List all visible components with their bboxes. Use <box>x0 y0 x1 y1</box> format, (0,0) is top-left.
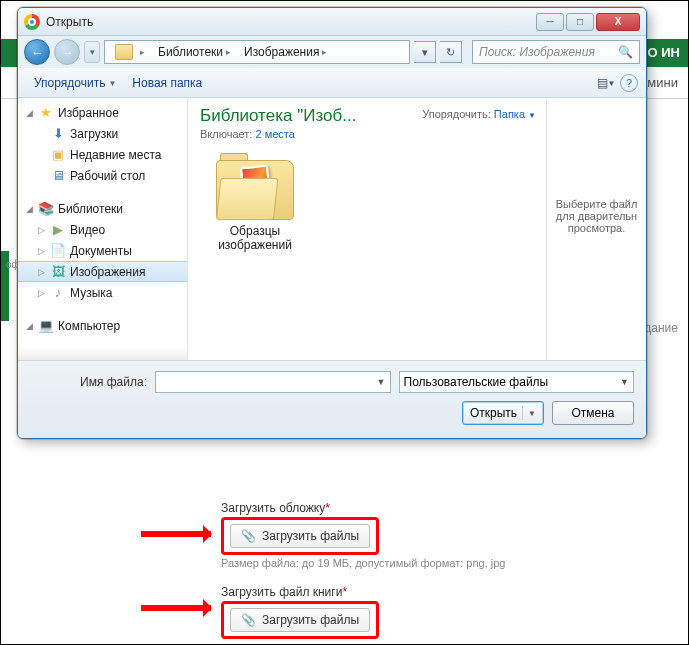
tree-videos[interactable]: ▷▶Видео <box>18 219 187 240</box>
tree-pictures[interactable]: ▷🖼Изображения <box>18 261 187 282</box>
folder-icon <box>115 44 133 60</box>
chevron-down-icon: ▼ <box>108 79 116 88</box>
open-label: Открыть <box>470 406 517 420</box>
arrow-annotation-2 <box>141 605 211 611</box>
view-options-button[interactable]: ▤ ▼ <box>596 73 616 93</box>
back-arrow-icon: ← <box>31 45 44 60</box>
tree-expand-icon[interactable]: ◢ <box>24 321 34 331</box>
cover-label-text: Загрузить обложку <box>221 501 325 515</box>
tree-downloads[interactable]: ⬇Загрузки <box>18 123 187 144</box>
chevron-down-icon[interactable]: ▼ <box>620 377 629 387</box>
chevron-down-icon[interactable]: ▼ <box>377 377 386 387</box>
arrow-annotation-1 <box>141 531 211 537</box>
forward-button[interactable]: → <box>54 39 80 65</box>
tree-label: Библиотеки <box>58 202 123 216</box>
arrange-value: Папка <box>494 108 525 120</box>
tree-expand-icon[interactable]: ◢ <box>24 108 34 118</box>
address-seg-pictures[interactable]: Изображения▸ <box>238 41 334 63</box>
upload-cover-button[interactable]: 📎 Загрузить файлы <box>230 524 370 548</box>
file-type-filter[interactable]: Пользовательские файлы ▼ <box>399 371 635 393</box>
close-button[interactable]: X <box>596 13 640 31</box>
organize-button[interactable]: Упорядочить ▼ <box>26 72 124 94</box>
close-icon: X <box>615 16 622 27</box>
places-link[interactable]: 2 места <box>255 128 294 140</box>
history-dropdown-button[interactable]: ▾ <box>84 41 100 63</box>
cover-upload-label: Загрузить обложку* <box>221 501 641 515</box>
upload-book-button[interactable]: 📎 Загрузить файлы <box>230 608 370 632</box>
tree-label: Музыка <box>70 286 112 300</box>
book-upload-highlight: 📎 Загрузить файлы <box>221 601 379 639</box>
tree-computer[interactable]: ◢💻Компьютер <box>18 315 187 336</box>
address-bar[interactable]: ▸ Библиотеки▸ Изображения▸ <box>104 40 410 64</box>
tree-label: Изображения <box>70 265 145 279</box>
tree-documents[interactable]: ▷📄Документы <box>18 240 187 261</box>
tree-label: Рабочий стол <box>70 169 145 183</box>
tree-expand-icon[interactable]: ▷ <box>36 267 46 277</box>
address-root[interactable]: ▸ <box>105 41 152 63</box>
search-icon: 🔍 <box>618 45 633 59</box>
maximize-icon: □ <box>577 16 583 27</box>
chevron-down-icon: ▾ <box>90 47 95 57</box>
toolbar: Упорядочить ▼ Новая папка ▤ ▼ ? <box>18 68 646 98</box>
folder-item-samples[interactable]: Образцы изображений <box>200 160 310 252</box>
required-marker: * <box>325 501 330 515</box>
tree-favorites[interactable]: ◢★Избранное <box>18 102 187 123</box>
chevron-right-icon: ▸ <box>226 47 231 57</box>
cancel-label: Отмена <box>571 406 614 420</box>
recent-icon: ▣ <box>50 147 66 163</box>
tree-music[interactable]: ▷♪Музыка <box>18 282 187 303</box>
dialog-footer: Имя файла: ▼ Пользовательские файлы ▼ От… <box>18 360 646 438</box>
filename-label: Имя файла: <box>30 375 155 389</box>
tree-recent[interactable]: ▣Недавние места <box>18 144 187 165</box>
tree-label: Недавние места <box>70 148 161 162</box>
preview-placeholder-text: Выберите файл для дварительн просмотра. <box>556 198 638 234</box>
maximize-button[interactable]: □ <box>566 13 594 31</box>
forward-arrow-icon: → <box>61 45 74 60</box>
tree-expand-icon[interactable]: ▷ <box>36 288 46 298</box>
tree-expand-icon[interactable]: ▷ <box>36 225 46 235</box>
file-list-pane[interactable]: Библиотека "Изоб... Включает: 2 места Уп… <box>188 98 546 360</box>
open-button[interactable]: Открыть ▼ <box>462 401 544 425</box>
chevron-right-icon: ▸ <box>140 47 145 57</box>
minimize-button[interactable]: ─ <box>536 13 564 31</box>
chrome-icon <box>24 14 40 30</box>
documents-icon: 📄 <box>50 243 66 259</box>
search-input[interactable]: Поиск: Изображения 🔍 <box>472 40 640 64</box>
upload-btn-label: Загрузить файлы <box>262 529 359 543</box>
organize-label: Упорядочить <box>34 76 105 90</box>
required-marker: * <box>342 585 347 599</box>
new-folder-label: Новая папка <box>132 76 202 90</box>
titlebar[interactable]: Открыть ─ □ X <box>18 8 646 36</box>
navigation-row: ← → ▾ ▸ Библиотеки▸ Изображения▸ ▾ ↻ Пои… <box>18 36 646 68</box>
book-label-text: Загрузить файл книги <box>221 585 342 599</box>
address-seg-libraries[interactable]: Библиотеки▸ <box>152 41 238 63</box>
includes-label: Включает: <box>200 128 252 140</box>
dialog-body: ◢★Избранное ⬇Загрузки ▣Недавние места 🖥Р… <box>18 98 646 360</box>
new-folder-button[interactable]: Новая папка <box>124 72 210 94</box>
tree-desktop[interactable]: 🖥Рабочий стол <box>18 165 187 186</box>
paperclip-icon: 📎 <box>241 529 256 543</box>
address-dropdown-button[interactable]: ▾ <box>414 41 436 63</box>
tree-label: Видео <box>70 223 105 237</box>
chevron-down-icon[interactable]: ▼ <box>528 409 536 418</box>
cancel-button[interactable]: Отмена <box>552 401 634 425</box>
cover-upload-hint: Размер файла: до 19 МБ, допустимый форма… <box>221 557 641 569</box>
filename-input[interactable]: ▼ <box>155 371 391 393</box>
refresh-button[interactable]: ↻ <box>440 41 462 63</box>
content-area: Библиотека "Изоб... Включает: 2 места Уп… <box>188 98 646 360</box>
back-button[interactable]: ← <box>24 39 50 65</box>
desktop-icon: 🖥 <box>50 168 66 184</box>
help-icon: ? <box>626 77 632 89</box>
arrange-label: Упорядочить: <box>422 108 491 120</box>
breadcrumb-label: Изображения <box>244 45 319 59</box>
tree-label: Избранное <box>58 106 119 120</box>
tree-expand-icon[interactable]: ◢ <box>24 204 34 214</box>
help-button[interactable]: ? <box>620 74 638 92</box>
arrange-value-link[interactable]: Папка ▼ <box>494 108 536 120</box>
tree-expand-icon[interactable]: ▷ <box>36 246 46 256</box>
tree-label: Компьютер <box>58 319 120 333</box>
tree-libraries[interactable]: ◢📚Библиотеки <box>18 198 187 219</box>
search-placeholder: Поиск: Изображения <box>479 45 595 59</box>
file-open-dialog: Открыть ─ □ X ← → ▾ ▸ Библиотеки▸ Изобра… <box>17 7 647 439</box>
downloads-icon: ⬇ <box>50 126 66 142</box>
